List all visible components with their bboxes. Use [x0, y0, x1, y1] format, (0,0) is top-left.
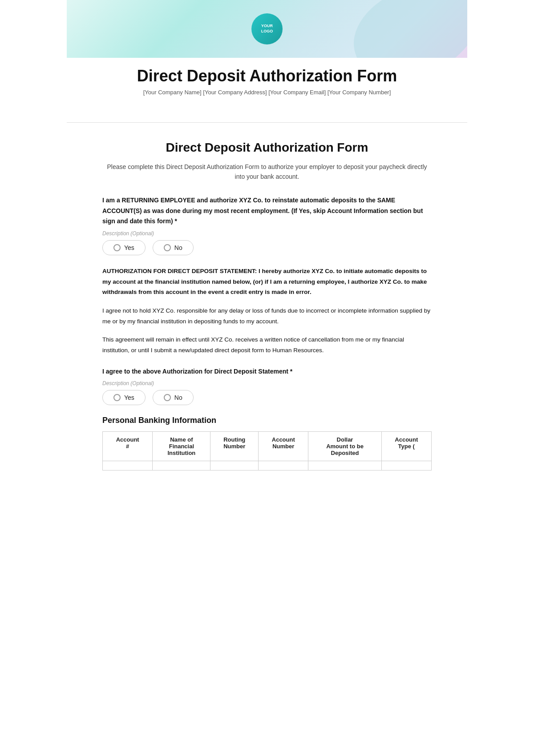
form-subtitle: Direct Deposit Authorization Form — [102, 141, 432, 155]
form-content: Direct Deposit Authorization Form Please… — [67, 132, 467, 499]
agree-no-label: No — [174, 394, 182, 401]
col-account-num: Account# — [103, 432, 153, 461]
cell-routing — [210, 461, 259, 470]
logo-circle: YOUR LOGO — [251, 13, 283, 44]
no-label: No — [174, 244, 182, 251]
cell-account-num — [103, 461, 153, 470]
intro-text-content: Please complete this Direct Deposit Auth… — [107, 163, 427, 180]
cell-account-type — [381, 461, 431, 470]
returning-employee-no-option[interactable]: No — [153, 240, 194, 255]
col-account-type: AccountType ( — [381, 432, 431, 461]
banking-section-title: Personal Banking Information — [102, 416, 432, 425]
agree-description: Description (Optional) — [102, 380, 432, 386]
returning-employee-section: I am a RETURNING EMPLOYEE and authorize … — [102, 195, 432, 255]
returning-employee-radio-group: Yes No — [102, 240, 432, 255]
agree-question-text: I agree to the above Authorization for D… — [102, 368, 292, 375]
page-title-section: Direct Deposit Authorization Form [Your … — [67, 58, 467, 113]
cell-account-number — [259, 461, 308, 470]
banking-section: Personal Banking Information Account# Na… — [102, 416, 432, 470]
auth-statement-section: AUTHORIZATION FOR DIRECT DEPOSIT STATEME… — [102, 266, 432, 355]
radio-circle-no — [164, 244, 171, 251]
company-info-line: [Your Company Name] [Your Company Addres… — [93, 89, 441, 96]
auth-text-1: AUTHORIZATION FOR DIRECT DEPOSIT STATEME… — [102, 266, 432, 298]
auth-text-2: I agree not to hold XYZ Co. responsible … — [102, 306, 432, 326]
logo-text-line2: LOGO — [261, 29, 273, 34]
agree-question: I agree to the above Authorization for D… — [102, 366, 432, 377]
agree-yes-option[interactable]: Yes — [102, 390, 146, 405]
radio-circle-agree-no — [164, 394, 171, 401]
col-account-number: AccountNumber — [259, 432, 308, 461]
radio-circle-agree-yes — [113, 394, 121, 401]
divider — [67, 122, 467, 123]
header-banner: YOUR LOGO — [67, 0, 467, 58]
yes-label: Yes — [124, 244, 134, 251]
agree-section: I agree to the above Authorization for D… — [102, 366, 432, 406]
logo-text-line1: YOUR — [261, 24, 273, 29]
banking-table: Account# Name ofFinancialInstitution Rou… — [102, 431, 432, 470]
agree-no-option[interactable]: No — [153, 390, 194, 405]
returning-employee-yes-option[interactable]: Yes — [102, 240, 146, 255]
cell-financial-name — [153, 461, 210, 470]
col-name-financial: Name ofFinancialInstitution — [153, 432, 210, 461]
intro-text: Please complete this Direct Deposit Auth… — [102, 162, 432, 182]
col-routing-number: RoutingNumber — [210, 432, 259, 461]
returning-employee-description: Description (Optional) — [102, 230, 432, 237]
radio-circle-yes — [113, 244, 121, 251]
auth-text-3: This agreement will remain in effect unt… — [102, 334, 432, 355]
col-dollar-amount: DollarAmount to beDeposited — [308, 432, 381, 461]
main-page-title: Direct Deposit Authorization Form — [93, 67, 441, 85]
returning-employee-question-text: I am a RETURNING EMPLOYEE and authorize … — [102, 197, 423, 225]
cell-dollar-amount — [308, 461, 381, 470]
agree-radio-group: Yes No — [102, 390, 432, 405]
table-row — [103, 461, 432, 470]
returning-employee-question: I am a RETURNING EMPLOYEE and authorize … — [102, 195, 432, 227]
table-header-row: Account# Name ofFinancialInstitution Rou… — [103, 432, 432, 461]
agree-yes-label: Yes — [124, 394, 134, 401]
